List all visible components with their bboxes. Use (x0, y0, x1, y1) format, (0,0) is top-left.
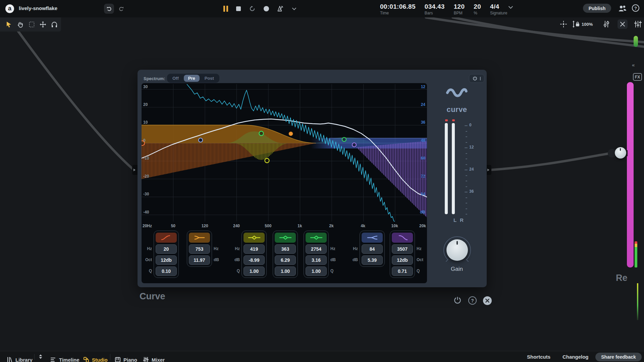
spectrum-option-post[interactable]: Post (200, 75, 218, 82)
project-title[interactable]: lively-snowflake (19, 5, 57, 11)
device-output-port[interactable] (486, 165, 491, 175)
band-type-chip[interactable] (156, 233, 177, 243)
fx-badge[interactable]: FX (633, 73, 642, 81)
view-settings-tool[interactable] (603, 20, 610, 28)
zoom-level[interactable]: 100% (582, 20, 593, 28)
device-help-button[interactable]: ? (468, 296, 477, 305)
transport-stat[interactable]: 20% (474, 3, 481, 15)
band-box[interactable]: 75311.97 (187, 231, 212, 267)
transport-stat[interactable]: 4/4Signature (490, 3, 507, 15)
loop-button[interactable] (249, 5, 256, 12)
close-view-button[interactable] (618, 19, 628, 29)
band-value-field[interactable]: 2754 (306, 244, 327, 254)
band-value-field[interactable]: 5.39 (362, 255, 383, 265)
power-indicator (480, 77, 481, 80)
band-value-field[interactable]: 20 (156, 244, 177, 254)
band-type-chip[interactable] (362, 233, 383, 243)
band-value-field[interactable]: -8.99 (244, 255, 265, 265)
band-type-chip[interactable] (392, 233, 413, 243)
tab-library[interactable]: Library (7, 357, 33, 362)
node-bell-mid[interactable] (259, 131, 264, 136)
center-view-tool[interactable] (559, 20, 568, 28)
band-value-field[interactable]: 1.00 (275, 266, 296, 276)
device-power-toggle[interactable] (469, 74, 484, 83)
tab-piano[interactable]: Piano (115, 357, 137, 362)
band-type-chip[interactable] (189, 233, 210, 243)
pause-button[interactable] (223, 6, 228, 12)
band-box[interactable]: 419-8.991.00 (241, 231, 267, 278)
audiotool-logo-icon[interactable]: a (5, 4, 14, 13)
stop-button[interactable] (236, 6, 241, 11)
mixer-panel-toggle[interactable] (634, 20, 642, 28)
band-box[interactable]: 845.39 (360, 231, 385, 267)
band-type-chip[interactable] (275, 233, 296, 243)
clip-indicator-left[interactable] (445, 119, 448, 121)
band-value-field[interactable]: 11.97 (189, 255, 210, 265)
tab-timeline[interactable]: Timeline (50, 357, 79, 362)
transport-stat[interactable]: 034.43Bars (425, 3, 445, 15)
changelog-link[interactable]: Changelog (562, 354, 589, 360)
band-value-field[interactable]: 363 (275, 244, 296, 254)
band-type-chip[interactable] (244, 233, 265, 243)
swap-panels-button[interactable] (38, 354, 43, 359)
shortcuts-link[interactable]: Shortcuts (527, 354, 550, 360)
gain-knob[interactable] (446, 239, 468, 261)
clip-indicator-right[interactable] (452, 119, 455, 121)
band-box[interactable]: 350712db0.71 (390, 231, 415, 278)
undo-button[interactable] (104, 4, 114, 14)
device-input-port[interactable] (132, 165, 138, 175)
marquee-tool[interactable] (28, 20, 36, 28)
band-bell-mid: 3636.291.00 (273, 231, 298, 278)
curve-eq-window[interactable]: Spectrum: OffPrePost (138, 70, 487, 287)
device-close-button[interactable] (483, 296, 492, 305)
solo-listen-tool[interactable] (50, 20, 58, 28)
band-value-field[interactable]: 1.00 (306, 266, 327, 276)
band-value-field[interactable]: 3.16 (306, 255, 327, 265)
tab-mixer[interactable]: Mixer (143, 357, 165, 362)
eq-graph[interactable] (142, 84, 427, 222)
share-feedback-button[interactable]: Share feedback (595, 353, 642, 361)
record-button[interactable] (264, 6, 269, 11)
neighbor-gain-knob[interactable] (615, 147, 626, 159)
band-value-field[interactable]: 0.71 (392, 266, 413, 276)
band-value-field[interactable]: 0.10 (156, 266, 177, 276)
spectrum-option-pre[interactable]: Pre (184, 75, 200, 82)
help-icon[interactable]: ? (632, 4, 639, 12)
metronome-button[interactable] (277, 5, 284, 12)
eq-graph-panel[interactable]: 3020100-10-20-30-4012243648607284dB20Hz5… (142, 83, 427, 283)
pointer-tool[interactable] (5, 20, 13, 28)
node-low-shelf[interactable] (289, 132, 293, 136)
publish-button[interactable]: Publish (583, 4, 611, 13)
collapse-panel-icon[interactable]: « (632, 62, 634, 68)
pan-tool[interactable] (16, 20, 24, 28)
band-value-field[interactable]: 84 (362, 244, 383, 254)
transport-stat[interactable]: 120BPM (454, 3, 465, 15)
stats-chevron[interactable] (508, 6, 513, 9)
move-tool[interactable] (39, 20, 47, 28)
edge-zoom-handle[interactable] (634, 36, 638, 47)
zoom-lock-tool[interactable] (572, 20, 580, 28)
band-box[interactable]: 2012db0.10 (154, 231, 179, 278)
collaborators-icon[interactable] (618, 4, 627, 12)
node-lowpass[interactable] (352, 143, 356, 147)
band-value-field[interactable]: 6.29 (275, 255, 296, 265)
neighbor-device-edge[interactable] (627, 82, 634, 267)
transport-options-chevron[interactable] (292, 7, 297, 10)
node-bell-high[interactable] (342, 137, 346, 141)
tab-studio[interactable]: Studio (83, 357, 108, 362)
node-high-shelf[interactable] (199, 138, 203, 142)
band-box[interactable]: 3636.291.00 (273, 231, 298, 278)
band-value-field[interactable]: 419 (244, 244, 265, 254)
transport-stat[interactable]: 00:01:06.85Time (380, 3, 416, 15)
spectrum-option-off[interactable]: Off (168, 75, 183, 82)
band-box[interactable]: 27543.161.00 (304, 231, 329, 278)
band-value-field[interactable]: 753 (189, 244, 210, 254)
device-power-button[interactable] (453, 296, 462, 304)
band-value-field[interactable]: 3507 (392, 244, 413, 254)
band-value-field[interactable]: 12db (156, 255, 177, 265)
band-type-chip[interactable] (306, 233, 327, 243)
band-value-field[interactable]: 12db (392, 255, 413, 265)
node-bell-cut[interactable] (265, 159, 269, 163)
band-value-field[interactable]: 1.00 (244, 266, 265, 276)
redo-button[interactable] (117, 5, 125, 13)
